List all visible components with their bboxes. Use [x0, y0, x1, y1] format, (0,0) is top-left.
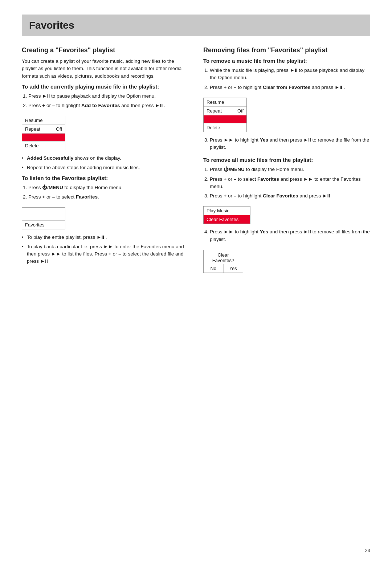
- listen-steps-list: Press ⏻/MENU to display the Home menu. P…: [28, 184, 189, 201]
- menu-row-clear-favorites-highlighted: [204, 115, 246, 123]
- bullet-added-successfully: Added Successfully shows on the display.: [22, 155, 189, 162]
- favorites-menu-box: Favorites: [22, 207, 65, 229]
- listen-heading: To listen to the Favorites playlist:: [22, 175, 189, 181]
- fav-row-empty: [22, 208, 65, 221]
- menu-row-repeat: Repeat Off: [22, 125, 65, 134]
- menu-label-play-music: Play Music: [207, 208, 229, 213]
- remove-one-steps: While the music file is playing, press ►…: [210, 67, 370, 91]
- fav-row-favorites: Favorites: [22, 221, 65, 229]
- remove-all-step-1: Press ⏻/MENU to display the Home menu.: [210, 166, 370, 173]
- left-column: Creating a "Favorites" playlist You can …: [22, 46, 189, 277]
- remove-all-steps: Press ⏻/MENU to display the Home menu. P…: [210, 166, 370, 200]
- menu-label-resume-2: Resume: [207, 99, 224, 105]
- confirm-line2: Favorites?: [207, 258, 240, 263]
- remove-one-step-2: Press + or – to highlight Clear from Fav…: [210, 84, 370, 91]
- page-title-bar: Favorites: [22, 15, 370, 36]
- menu-row-delete: Delete: [22, 142, 65, 150]
- remove-one-step-1: While the music file is playing, press ►…: [210, 67, 370, 82]
- play-music-menu-box: Play Music Clear Favorites: [203, 206, 250, 224]
- remove-all-heading: To remove all music files from the playl…: [203, 157, 370, 163]
- creating-heading: Creating a "Favorites" playlist: [22, 46, 189, 54]
- menu-box-add: Resume Repeat Off Delete: [22, 116, 65, 150]
- menu-label-repeat: Repeat: [25, 126, 40, 132]
- menu-row-resume: Resume: [22, 116, 65, 125]
- remove-all-step-2: Press + or – to select Favorites and pre…: [210, 176, 370, 191]
- menu-row-resume-2: Resume: [204, 98, 246, 107]
- menu-value-repeat: Off: [56, 126, 62, 132]
- fav-label: Favorites: [25, 222, 44, 228]
- removing-heading: Removing files from "Favorites" playlist: [203, 46, 370, 54]
- menu-label-clear-favorites: Clear Favorites: [207, 217, 238, 222]
- add-step-1: Press ►II to pause playback and display …: [28, 93, 189, 100]
- bullet-repeat-steps: Repeat the above steps for adding more m…: [22, 164, 189, 171]
- confirm-dialog-box: Clear Favorites? No Yes: [203, 250, 243, 273]
- bullet-play-entire: To play the entire playlist, press ►II .: [22, 234, 189, 241]
- right-column: Removing files from "Favorites" playlist…: [203, 46, 370, 277]
- menu-label-delete-2: Delete: [207, 125, 220, 130]
- menu-label-repeat-2: Repeat: [207, 108, 222, 114]
- remove-one-step3-list: Press ►► to highlight Yes and then press…: [210, 136, 370, 151]
- menu-row-add-favorites-highlighted: [22, 134, 65, 142]
- confirm-yes-button[interactable]: Yes: [224, 264, 243, 273]
- page-title: Favorites: [29, 20, 363, 31]
- menu-row-clear-favorites: Clear Favorites: [204, 215, 250, 224]
- add-steps-list: Press ►II to pause playback and display …: [28, 93, 189, 110]
- listen-step-2: Press + or – to select Favorites.: [28, 193, 189, 201]
- add-step-2: Press + or – to highlight Add to Favorit…: [28, 102, 189, 109]
- remove-all-step4-list: Press ►► to highlight Yes and then press…: [210, 228, 370, 243]
- remove-one-heading: To remove a music file from the playlist…: [203, 58, 370, 64]
- bullets-after-menu: Added Successfully shows on the display.…: [22, 155, 189, 171]
- page-number: 23: [365, 548, 370, 553]
- add-heading: To add the currently playing music file …: [22, 83, 189, 90]
- remove-all-step-3: Press + or – to highlight Clear Favorite…: [210, 192, 370, 200]
- bullet-play-particular: To play back a particular file, press ►►…: [22, 243, 189, 265]
- menu-value-repeat-2: Off: [237, 108, 244, 114]
- menu-box-remove: Resume Repeat Off Delete: [203, 98, 247, 132]
- confirm-top: Clear Favorites?: [204, 250, 243, 264]
- menu-row-repeat-2: Repeat Off: [204, 107, 246, 115]
- menu-row-play-music: Play Music: [204, 207, 250, 215]
- remove-all-step-4: Press ►► to highlight Yes and then press…: [210, 228, 370, 243]
- remove-one-step-3: Press ►► to highlight Yes and then press…: [210, 136, 370, 151]
- menu-row-delete-2: Delete: [204, 123, 246, 132]
- confirm-no-button[interactable]: No: [204, 264, 224, 273]
- menu-label-delete: Delete: [25, 143, 39, 148]
- confirm-buttons: No Yes: [204, 264, 243, 273]
- listen-step-1: Press ⏻/MENU to display the Home menu.: [28, 184, 189, 191]
- menu-label: Resume: [25, 118, 42, 123]
- intro-text: You can create a playlist of your favori…: [22, 58, 189, 80]
- confirm-line1: Clear: [207, 252, 240, 258]
- bullets-end: To play the entire playlist, press ►II .…: [22, 234, 189, 265]
